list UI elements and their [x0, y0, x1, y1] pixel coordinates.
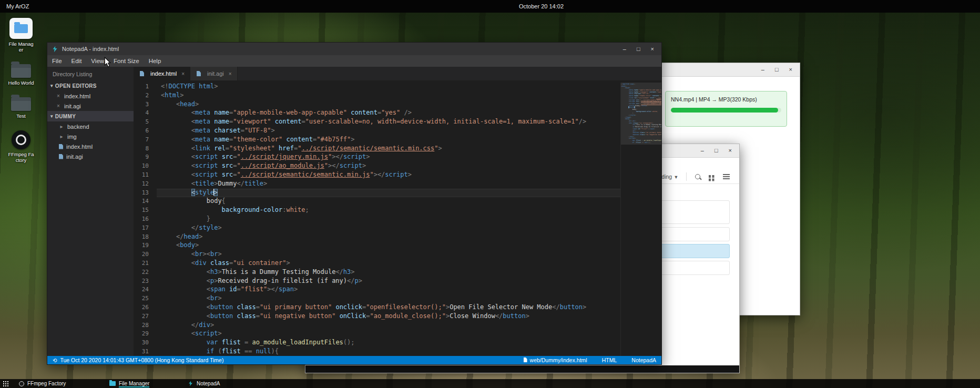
system-menu[interactable]: My ArOZ	[6, 3, 29, 9]
menu-item-file[interactable]: File	[47, 58, 67, 64]
code-line-11[interactable]: <script src="../script/semantic/semantic…	[157, 171, 620, 180]
code-line-30[interactable]: var flist = ao_module_loadInputFiles();	[157, 339, 620, 348]
taskbar-item-label: NotepadA	[197, 381, 220, 386]
line-number: 24	[134, 285, 149, 294]
tree-item-img[interactable]: ▸img	[47, 131, 134, 141]
code-line-22[interactable]: <h3>This is a Dummy Testing Module</h3>	[157, 268, 620, 277]
code-line-9[interactable]: <script src="../script/jquery.min.js"></…	[157, 153, 620, 162]
code-line-6[interactable]: <meta charset="UTF-8">	[157, 127, 620, 136]
tab-init-agi[interactable]: init.agi×	[190, 67, 238, 80]
code-line-28[interactable]: </div>	[157, 321, 620, 330]
close-icon[interactable]: ×	[181, 71, 185, 77]
desktop-icon-label: File Manager	[7, 41, 35, 53]
line-number: 13	[134, 189, 149, 198]
notepada-logo-icon	[52, 46, 58, 53]
chevron-down-icon: ▾	[675, 173, 677, 180]
line-number: 16	[134, 215, 149, 224]
code-line-1[interactable]: <!DOCTYPE html>	[157, 83, 620, 91]
close-button[interactable]: ×	[789, 67, 792, 73]
desktop-icon-file-manager[interactable]: File Manager	[4, 18, 38, 53]
tree-item-label: img	[67, 134, 77, 140]
maximize-button[interactable]: □	[714, 148, 718, 154]
code-line-3[interactable]: <head>	[157, 100, 620, 109]
file-icon	[59, 154, 63, 159]
tree-item-label: init.agi	[66, 154, 83, 160]
tree-section-open-editors[interactable]: ▾OPEN EDITORS	[47, 80, 134, 91]
code-line-25[interactable]: <br>	[157, 294, 620, 303]
desktop-icon-ffmpeg-factory[interactable]: FFmpeg Factory	[4, 130, 38, 163]
desktop-icon-test[interactable]: Test	[4, 97, 38, 119]
tree-item-index-html[interactable]: index.html	[47, 141, 134, 151]
code-line-16[interactable]: }	[157, 215, 620, 224]
tree-item-init-agi[interactable]: init.agi	[47, 151, 134, 161]
folder-icon	[11, 64, 31, 78]
tree-item-index-html[interactable]: ×index.html	[47, 91, 134, 101]
line-number: 4	[134, 109, 149, 118]
desktop-icon-column: File ManagerHello WorldTestFFmpeg Factor…	[4, 18, 42, 175]
circle-ring	[16, 135, 26, 145]
code-line-31[interactable]: if (flist == null){	[157, 348, 620, 356]
taskbar-item-file-manager[interactable]: File Manager	[109, 379, 149, 388]
search-icon[interactable]	[695, 174, 700, 179]
minimize-button[interactable]: –	[761, 67, 764, 73]
folder-icon	[109, 381, 116, 386]
code-line-27[interactable]: <button class="ui negative button" onCli…	[157, 312, 620, 321]
code-line-5[interactable]: <meta name="viewport" content="user-scal…	[157, 118, 620, 127]
code-line-15[interactable]: background-color:white;	[157, 206, 620, 215]
line-number: 26	[134, 303, 149, 312]
code-line-10[interactable]: <script src="../script/ao_module.js"></s…	[157, 162, 620, 171]
tab-index-html[interactable]: index.html×	[134, 67, 190, 80]
list-view-icon[interactable]	[723, 174, 730, 179]
menu-item-help[interactable]: Help	[144, 58, 166, 64]
code-line-2[interactable]: <html>	[157, 91, 620, 100]
code-line-8[interactable]: <link rel="stylesheet" href="../script/s…	[157, 145, 620, 154]
code-line-18[interactable]: </head>	[157, 233, 620, 242]
code-line-20[interactable]: <br><br>	[157, 250, 620, 259]
desktop: My ArOZ October 20 14:02 File ManagerHel…	[0, 0, 980, 388]
code-content[interactable]: <!DOCTYPE html><html> <head> <meta name=…	[157, 83, 620, 356]
line-number: 19	[134, 241, 149, 250]
code-line-12[interactable]: <title>Dummy</title>	[157, 180, 620, 189]
close-button[interactable]: ×	[729, 148, 732, 154]
toolbar-divider	[686, 172, 687, 181]
maximize-button[interactable]: □	[637, 46, 640, 52]
close-icon[interactable]: ×	[55, 93, 62, 99]
tree-section-dummy[interactable]: ▾DUMMY	[47, 111, 134, 121]
taskbar: FFmpeg FactoryFile ManagerNotepadA	[0, 379, 980, 388]
code-line-24[interactable]: <span id="flist"></span>	[157, 285, 620, 294]
code-line-7[interactable]: <meta name="theme-color" content="#4b75f…	[157, 136, 620, 145]
line-number: 10	[134, 162, 149, 171]
code-line-17[interactable]: </style>	[157, 224, 620, 233]
minimize-button[interactable]: –	[701, 148, 704, 154]
line-number: 17	[134, 224, 149, 233]
code-line-13[interactable]: <style>	[157, 189, 620, 198]
grid-view-icon[interactable]	[709, 175, 711, 178]
desktop-icon-hello-world[interactable]: Hello World	[4, 64, 38, 86]
minimap[interactable]: <!DOCTYPE html><html> <head> <meta name=…	[620, 83, 661, 356]
taskbar-item-ffmpeg-factory[interactable]: FFmpeg Factory	[19, 379, 66, 388]
line-number: 12	[134, 180, 149, 189]
menu-item-font-size[interactable]: Font Size	[109, 58, 144, 64]
code-line-26[interactable]: <button class="ui primary button" onclic…	[157, 303, 620, 312]
code-line-14[interactable]: body{	[157, 197, 620, 206]
taskbar-item-label: File Manager	[119, 381, 149, 386]
close-icon[interactable]: ×	[229, 71, 232, 77]
taskbar-item-notepada[interactable]: NotepadA	[188, 379, 220, 388]
maximize-button[interactable]: □	[775, 67, 779, 73]
code-line-23[interactable]: <p>Received drag-in filelist (if any)</p…	[157, 277, 620, 286]
notepada-titlebar[interactable]: NotepadA - index.html – □ ×	[47, 43, 661, 55]
close-button[interactable]: ×	[651, 46, 654, 52]
start-menu-button[interactable]	[3, 381, 8, 386]
code-line-21[interactable]: <div class="ui container">	[157, 259, 620, 268]
tree-section-label: OPEN EDITORS	[55, 83, 97, 89]
code-line-19[interactable]: <body>	[157, 241, 620, 250]
minimize-button[interactable]: –	[623, 46, 626, 52]
code-line-4[interactable]: <meta name="apple-mobile-web-app-capable…	[157, 109, 620, 118]
code-line-29[interactable]: <script>	[157, 330, 620, 339]
tree-item-init-agi[interactable]: ×init.agi	[47, 101, 134, 111]
menu-item-edit[interactable]: Edit	[67, 58, 87, 64]
close-icon[interactable]: ×	[55, 103, 62, 109]
tree-item-backend[interactable]: ▸backend	[47, 121, 134, 131]
notepada-window: NotepadA - index.html – □ × FileEditView…	[47, 42, 662, 365]
active-indicator	[119, 386, 149, 387]
